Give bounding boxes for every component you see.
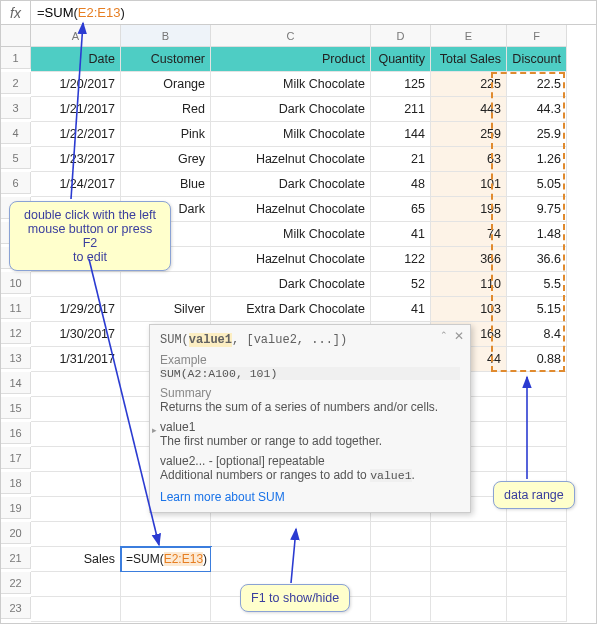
cell[interactable] [507,447,567,472]
cell[interactable] [31,472,121,497]
cell[interactable]: Extra Dark Chocolate [211,297,371,322]
cell[interactable]: 1/21/2017 [31,97,121,122]
row-header[interactable]: 19 [1,497,31,519]
cell[interactable] [31,447,121,472]
cell[interactable]: Milk Chocolate [211,122,371,147]
cell[interactable] [121,272,211,297]
cell[interactable]: 122 [371,247,431,272]
cell[interactable] [211,522,371,547]
cell[interactable]: Discount [507,47,567,72]
cell[interactable]: Orange [121,72,211,97]
cell[interactable]: Blue [121,172,211,197]
row-header[interactable]: 16 [1,422,31,444]
cell[interactable] [31,572,121,597]
cell[interactable]: 1/30/2017 [31,322,121,347]
cell[interactable]: 52 [371,272,431,297]
learn-more-link[interactable]: Learn more about SUM [160,490,285,504]
cell[interactable]: 1/20/2017 [31,72,121,97]
cell[interactable]: 110 [431,272,507,297]
row-header[interactable]: 13 [1,347,31,369]
row-header[interactable]: 14 [1,372,31,394]
caret-up-icon[interactable]: ⌃ [440,330,448,340]
row-header[interactable]: 5 [1,147,31,169]
row-header[interactable]: 21 [1,547,31,569]
cell[interactable]: 125 [371,72,431,97]
cell[interactable] [211,547,371,572]
active-cell[interactable]: =SUM(E2:E13) [121,547,211,572]
cell[interactable] [31,272,121,297]
cell[interactable]: Dark Chocolate [211,172,371,197]
cell[interactable]: Silver [121,297,211,322]
cell[interactable]: 21 [371,147,431,172]
cell[interactable]: Hazelnut Chocolate [211,197,371,222]
cell[interactable]: 65 [371,197,431,222]
cell[interactable]: 5.5 [507,272,567,297]
cell[interactable]: 144 [371,122,431,147]
cell[interactable] [371,547,431,572]
cell[interactable] [121,597,211,622]
cell[interactable]: 8.4 [507,322,567,347]
cell[interactable] [507,397,567,422]
cell[interactable]: 41 [371,222,431,247]
cell[interactable]: 443 [431,97,507,122]
row-header[interactable]: 10 [1,272,31,294]
row-header[interactable]: 3 [1,97,31,119]
cell[interactable] [507,547,567,572]
cell[interactable] [507,597,567,622]
cell[interactable]: 25.9 [507,122,567,147]
triangle-right-icon[interactable]: ▸ [152,425,157,435]
cell[interactable]: 63 [431,147,507,172]
cell[interactable]: 1.26 [507,147,567,172]
cell[interactable]: 101 [431,172,507,197]
cell[interactable]: 103 [431,297,507,322]
cell[interactable]: Hazelnut Chocolate [211,247,371,272]
cell[interactable]: Dark Chocolate [211,97,371,122]
cell[interactable] [31,497,121,522]
cell[interactable]: Dark Chocolate [211,272,371,297]
row-header[interactable]: 22 [1,572,31,594]
cell[interactable]: 225 [431,72,507,97]
cell[interactable] [507,572,567,597]
cell[interactable] [507,422,567,447]
cell[interactable]: 5.05 [507,172,567,197]
cell[interactable] [431,572,507,597]
cell[interactable]: 1/29/2017 [31,297,121,322]
row-header[interactable]: 1 [1,47,31,69]
cell[interactable] [371,572,431,597]
row-header[interactable]: 17 [1,447,31,469]
cell[interactable]: 0.88 [507,347,567,372]
row-header[interactable]: 6 [1,172,31,194]
cell[interactable] [507,522,567,547]
cell[interactable]: 1/23/2017 [31,147,121,172]
cell[interactable]: 1/24/2017 [31,172,121,197]
cell[interactable]: 195 [431,197,507,222]
cell[interactable]: Hazelnut Chocolate [211,147,371,172]
cell[interactable]: Grey [121,147,211,172]
cell[interactable] [121,572,211,597]
select-all-corner[interactable] [1,25,31,47]
col-header-f[interactable]: F [507,25,567,47]
cell[interactable]: 22.5 [507,72,567,97]
cell[interactable]: Customer [121,47,211,72]
cell[interactable] [431,522,507,547]
cell[interactable]: Quantity [371,47,431,72]
row-header[interactable]: 12 [1,322,31,344]
cell[interactable]: 211 [371,97,431,122]
row-header[interactable]: 15 [1,397,31,419]
cell[interactable]: Milk Chocolate [211,222,371,247]
row-header[interactable]: 2 [1,72,31,94]
cell[interactable]: Milk Chocolate [211,72,371,97]
cell[interactable]: 74 [431,222,507,247]
col-header-c[interactable]: C [211,25,371,47]
cell[interactable] [431,547,507,572]
cell[interactable]: 36.6 [507,247,567,272]
cell[interactable] [507,372,567,397]
cell[interactable]: 9.75 [507,197,567,222]
col-header-a[interactable]: A [31,25,121,47]
row-header[interactable]: 11 [1,297,31,319]
close-icon[interactable]: ✕ [454,329,464,343]
cell[interactable] [431,597,507,622]
cell[interactable] [371,522,431,547]
cell[interactable]: Red [121,97,211,122]
cell[interactable] [31,597,121,622]
